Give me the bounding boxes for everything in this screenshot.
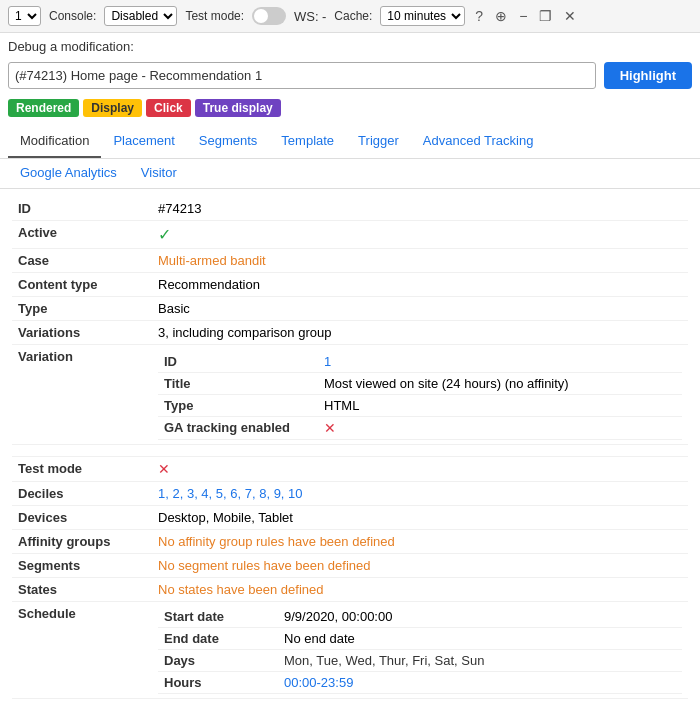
pin-button[interactable]: ⊕ (493, 8, 509, 24)
hours-label: Hours (158, 672, 278, 694)
active-check-icon: ✓ (158, 226, 171, 243)
testmode-toggle[interactable] (252, 7, 286, 25)
minimize-button[interactable]: − (517, 8, 529, 24)
help-button[interactable]: ? (473, 8, 485, 24)
schedule-label: Schedule (12, 602, 152, 699)
row-active: Active ✓ (12, 221, 688, 249)
tab-modification[interactable]: Modification (8, 125, 101, 158)
console-select[interactable]: Disabled Enabled (104, 6, 177, 26)
deciles-value: 1, 2, 3, 4, 5, 6, 7, 8, 9, 10 (152, 482, 688, 506)
badge-display: Display (83, 99, 142, 117)
row-variation: Variation ID 1 Title Most viewed on site… (12, 345, 688, 445)
ga-tracking-x-icon: ✕ (324, 420, 336, 436)
top-bar: 1 Console: Disabled Enabled Test mode: W… (0, 0, 700, 33)
start-date-value: 9/9/2020, 00:00:00 (278, 606, 682, 628)
variation-type-value: HTML (318, 395, 682, 417)
variation-row-id: ID 1 (158, 351, 682, 373)
tab-segments[interactable]: Segments (187, 125, 270, 158)
test-mode-x-icon: ✕ (158, 461, 170, 477)
type-value: Basic (152, 297, 688, 321)
variation-id-label: ID (158, 351, 318, 373)
case-label: Case (12, 249, 152, 273)
schedule-details: Start date 9/9/2020, 00:00:00 End date N… (152, 602, 688, 699)
devices-value: Desktop, Mobile, Tablet (152, 506, 688, 530)
schedule-row-hours: Hours 00:00-23:59 (158, 672, 682, 694)
content-type-value: Recommendation (152, 273, 688, 297)
tab-advanced-tracking[interactable]: Advanced Tracking (411, 125, 546, 158)
end-date-value: No end date (278, 628, 682, 650)
affinity-groups-value: No affinity group rules have been define… (152, 530, 688, 554)
debug-label: Debug a modification: (8, 39, 134, 54)
end-date-label: End date (158, 628, 278, 650)
active-value: ✓ (152, 221, 688, 249)
variation-ga-label: GA tracking enabled (158, 417, 318, 440)
row-deciles: Deciles 1, 2, 3, 4, 5, 6, 7, 8, 9, 10 (12, 482, 688, 506)
cache-select[interactable]: 10 minutes 5 minutes 30 minutes 1 hour (380, 6, 465, 26)
highlight-button[interactable]: Highlight (604, 62, 692, 89)
variation-label: Variation (12, 345, 152, 445)
test-mode-label: Test mode (12, 457, 152, 482)
row-spacer (12, 445, 688, 457)
active-label: Active (12, 221, 152, 249)
variation-details: ID 1 Title Most viewed on site (24 hours… (152, 345, 688, 445)
ws-label: WS: - (294, 9, 326, 24)
row-devices: Devices Desktop, Mobile, Tablet (12, 506, 688, 530)
row-type: Type Basic (12, 297, 688, 321)
test-mode-value: ✕ (152, 457, 688, 482)
search-row: Highlight (0, 58, 700, 95)
days-value: Mon, Tue, Wed, Thur, Fri, Sat, Sun (278, 650, 682, 672)
segments-label: Segments (12, 554, 152, 578)
deciles-label: Deciles (12, 482, 152, 506)
row-test-mode: Test mode ✕ (12, 457, 688, 482)
variation-title-label: Title (158, 373, 318, 395)
devices-label: Devices (12, 506, 152, 530)
badge-rendered: Rendered (8, 99, 79, 117)
id-label: ID (12, 197, 152, 221)
restore-button[interactable]: ❐ (537, 8, 554, 24)
row-states: States No states have been defined (12, 578, 688, 602)
row-schedule: Schedule Start date 9/9/2020, 00:00:00 E… (12, 602, 688, 699)
content-area: ID #74213 Active ✓ Case Multi-armed band… (0, 189, 700, 707)
variation-sub-table: ID 1 Title Most viewed on site (24 hours… (158, 351, 682, 440)
cache-label: Cache: (334, 9, 372, 23)
row-affinity-groups: Affinity groups No affinity group rules … (12, 530, 688, 554)
variation-title-value: Most viewed on site (24 hours) (no affin… (318, 373, 682, 395)
tab-visitor[interactable]: Visitor (129, 159, 189, 188)
hours-value: 00:00-23:59 (278, 672, 682, 694)
case-value: Multi-armed bandit (152, 249, 688, 273)
row-case: Case Multi-armed bandit (12, 249, 688, 273)
close-button[interactable]: ✕ (562, 8, 578, 24)
variation-row-type: Type HTML (158, 395, 682, 417)
variation-row-title: Title Most viewed on site (24 hours) (no… (158, 373, 682, 395)
row-segments: Segments No segment rules have been defi… (12, 554, 688, 578)
tab-google-analytics[interactable]: Google Analytics (8, 159, 129, 188)
search-input[interactable] (8, 62, 596, 89)
tab-trigger[interactable]: Trigger (346, 125, 411, 158)
id-value: #74213 (152, 197, 688, 221)
tab-placement[interactable]: Placement (101, 125, 186, 158)
type-label: Type (12, 297, 152, 321)
console-label: Console: (49, 9, 96, 23)
modification-table: ID #74213 Active ✓ Case Multi-armed band… (12, 197, 688, 699)
row-id: ID #74213 (12, 197, 688, 221)
schedule-sub-table: Start date 9/9/2020, 00:00:00 End date N… (158, 606, 682, 694)
badge-row: Rendered Display Click True display (0, 95, 700, 123)
badge-click: Click (146, 99, 191, 117)
variation-row-ga: GA tracking enabled ✕ (158, 417, 682, 440)
tab-template[interactable]: Template (269, 125, 346, 158)
variations-value: 3, including comparison group (152, 321, 688, 345)
states-label: States (12, 578, 152, 602)
variation-type-label: Type (158, 395, 318, 417)
schedule-row-days: Days Mon, Tue, Wed, Thur, Fri, Sat, Sun (158, 650, 682, 672)
row-variations: Variations 3, including comparison group (12, 321, 688, 345)
schedule-row-start: Start date 9/9/2020, 00:00:00 (158, 606, 682, 628)
days-label: Days (158, 650, 278, 672)
instance-select[interactable]: 1 (8, 6, 41, 26)
variations-label: Variations (12, 321, 152, 345)
content-type-label: Content type (12, 273, 152, 297)
states-value: No states have been defined (152, 578, 688, 602)
variation-id-value: 1 (318, 351, 682, 373)
testmode-label: Test mode: (185, 9, 244, 23)
affinity-groups-label: Affinity groups (12, 530, 152, 554)
row-content-type: Content type Recommendation (12, 273, 688, 297)
